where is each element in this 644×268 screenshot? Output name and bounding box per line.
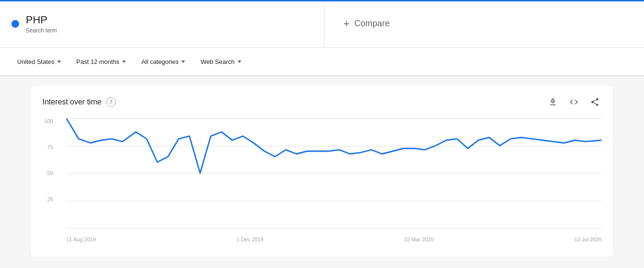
main-content: Interest over time ?	[0, 76, 644, 266]
search-term-label: Search term	[26, 27, 57, 34]
chart-title-area: Interest over time ?	[42, 97, 116, 107]
x-label-mar: 22 Mar 2020	[404, 237, 434, 242]
time-chevron-icon	[122, 61, 126, 63]
search-term-dot	[11, 20, 19, 28]
chart-actions	[546, 95, 602, 109]
chart-title: Interest over time	[42, 98, 102, 106]
compare-plus-icon: +	[343, 18, 350, 30]
category-chevron-icon	[181, 61, 185, 63]
share-icon	[590, 97, 600, 107]
category-filter-label: All categories	[141, 58, 178, 65]
x-axis: 11 Aug 2019 1 Dec 2019 22 Mar 2020 12 Ju…	[66, 228, 602, 242]
y-label-100: 100	[44, 118, 53, 124]
trend-line	[66, 118, 602, 173]
code-icon	[569, 97, 579, 107]
download-button[interactable]	[546, 95, 560, 109]
time-filter-label: Past 12 months	[76, 58, 119, 65]
chart-area: 100 75 50 25 0 11 Aug 2019 1 Dec	[66, 118, 602, 242]
top-accent-bar	[0, 0, 644, 1]
compare-label: Compare	[354, 19, 390, 29]
y-label-50: 50	[47, 170, 53, 176]
embed-button[interactable]	[567, 95, 581, 109]
search-type-filter-label: Web Search	[200, 58, 234, 65]
region-filter-label: United States	[17, 58, 54, 65]
search-term-name: PHP	[26, 14, 57, 26]
y-label-75: 75	[47, 144, 53, 150]
search-type-chevron-icon	[238, 61, 241, 63]
filter-bar: United States Past 12 months All categor…	[0, 48, 644, 76]
chart-header: Interest over time ?	[42, 95, 602, 109]
search-term-info: PHP Search term	[26, 14, 57, 34]
region-chevron-icon	[57, 61, 61, 63]
region-filter[interactable]: United States	[11, 54, 67, 69]
share-button[interactable]	[588, 95, 602, 109]
help-icon[interactable]: ?	[106, 97, 116, 107]
time-filter[interactable]: Past 12 months	[71, 54, 132, 69]
y-label-25: 25	[47, 196, 53, 202]
search-term-section: PHP Search term	[0, 0, 324, 47]
search-type-filter[interactable]: Web Search	[195, 54, 247, 69]
compare-section[interactable]: + Compare	[324, 0, 644, 47]
top-bar: PHP Search term + Compare	[0, 0, 644, 48]
line-chart-svg	[66, 118, 602, 228]
y-axis: 100 75 50 25 0	[44, 118, 53, 228]
x-label-dec: 1 Dec 2019	[237, 237, 263, 242]
chart-card: Interest over time ?	[31, 86, 613, 257]
download-icon	[548, 97, 558, 107]
x-label-jul: 12 Jul 2020	[574, 237, 602, 242]
x-label-aug: 11 Aug 2019	[66, 237, 96, 242]
category-filter[interactable]: All categories	[135, 54, 191, 69]
